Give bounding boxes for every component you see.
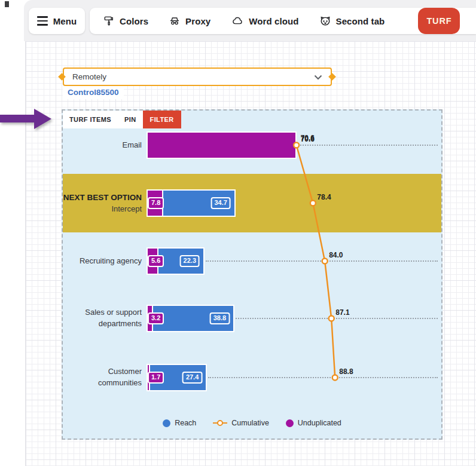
unduplicated-value-chip: 7.8 bbox=[148, 197, 164, 209]
unduplicated-dot-icon bbox=[286, 419, 294, 427]
chart-row[interactable]: Email70.6 bbox=[63, 116, 441, 174]
legend-unduplicated-label: Unduplicated bbox=[298, 419, 341, 427]
chart-legend: Reach Cumulative Unduplicated bbox=[63, 416, 441, 430]
proxy-button[interactable]: Proxy bbox=[169, 15, 210, 27]
menu-button-label: Menu bbox=[53, 16, 77, 26]
dotted-leader bbox=[236, 318, 438, 319]
pointer-arrow-icon bbox=[0, 109, 53, 129]
dotted-leader bbox=[298, 145, 438, 146]
toolbar: Colors Proxy Word cloud bbox=[90, 8, 476, 34]
incognito-icon bbox=[169, 15, 181, 27]
unduplicated-value-chip: 3.2 bbox=[148, 312, 164, 324]
unduplicated-bar[interactable] bbox=[147, 131, 297, 159]
legend-reach[interactable]: Reach bbox=[163, 419, 196, 427]
category-label: Email bbox=[63, 140, 142, 151]
category-label: Sales or support departments bbox=[63, 307, 142, 330]
legend-unduplicated[interactable]: Unduplicated bbox=[286, 419, 341, 427]
chart-row[interactable]: NEXT BEST OPTIONIntercept7.834.7 bbox=[63, 174, 441, 232]
dropdown-selected-value: Remotely bbox=[72, 72, 314, 81]
chart-row[interactable]: Customer communities1.727.4 bbox=[63, 347, 441, 408]
cumulative-value-label: 78.4 bbox=[317, 193, 331, 201]
unduplicated-value-chip: 5.6 bbox=[148, 255, 164, 267]
paint-roller-icon bbox=[103, 15, 115, 27]
hamburger-icon bbox=[37, 16, 48, 26]
category-label: NEXT BEST OPTIONIntercept bbox=[63, 192, 142, 214]
category-label: Recruiting agency bbox=[63, 256, 142, 267]
chart-row[interactable]: Recruiting agency5.622.3 bbox=[63, 232, 441, 290]
pet-face-icon bbox=[319, 15, 331, 27]
turf-tab-button[interactable]: TURF bbox=[418, 8, 460, 34]
cumulative-line-icon bbox=[213, 419, 227, 427]
reach-value-chip: 34.7 bbox=[210, 197, 230, 209]
second-tab-button[interactable]: Second tab bbox=[319, 15, 385, 27]
app-window: Menu Colors Pr bbox=[0, 0, 476, 466]
reach-value-chip: 22.3 bbox=[180, 255, 200, 267]
chevron-down-icon bbox=[314, 72, 322, 82]
cloud-icon bbox=[231, 15, 244, 27]
colors-button[interactable]: Colors bbox=[103, 15, 148, 27]
category-label: Customer communities bbox=[63, 366, 142, 389]
legend-cumulative[interactable]: Cumulative bbox=[213, 419, 269, 427]
dotted-leader bbox=[208, 377, 438, 378]
turf-chart-panel[interactable]: TURF ITEMS PIN FILTER Email70.6NEXT BEST… bbox=[62, 109, 443, 440]
reach-value-chip: 27.4 bbox=[182, 372, 202, 384]
reach-value-chip: 38.8 bbox=[210, 312, 230, 324]
colors-label: Colors bbox=[120, 16, 148, 26]
control-id-chip: Control85500 bbox=[63, 86, 124, 99]
cumulative-value-label: 70.6 bbox=[301, 135, 315, 143]
legend-reach-label: Reach bbox=[175, 419, 196, 427]
reach-dot-icon bbox=[163, 419, 170, 427]
unduplicated-value-chip: 1.7 bbox=[148, 372, 164, 384]
menu-button[interactable]: Menu bbox=[29, 8, 85, 34]
remotely-dropdown[interactable]: Remotely bbox=[63, 68, 332, 86]
word-cloud-button[interactable]: Word cloud bbox=[231, 15, 298, 27]
top-left-mark bbox=[5, 1, 9, 7]
cumulative-value-label: 87.1 bbox=[335, 308, 349, 317]
cumulative-value-label: 84.0 bbox=[329, 251, 343, 259]
word-cloud-label: Word cloud bbox=[249, 16, 298, 26]
legend-cumulative-label: Cumulative bbox=[231, 419, 269, 427]
second-tab-label: Second tab bbox=[336, 16, 385, 26]
dotted-leader bbox=[206, 260, 438, 262]
cumulative-value-label: 88.8 bbox=[339, 367, 353, 376]
chart-row[interactable]: Sales or support departments3.238.8 bbox=[63, 290, 441, 347]
proxy-label: Proxy bbox=[185, 16, 210, 26]
